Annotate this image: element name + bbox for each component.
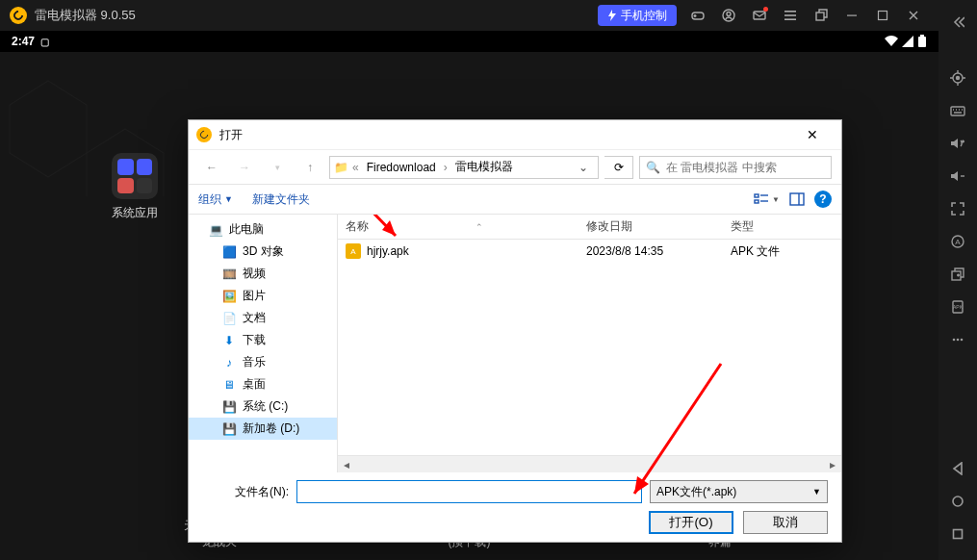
dialog-footer: 文件名(N): APK文件(*.apk)▼ 打开(O) 取消 [189,472,841,542]
emulator-side-toolbar: A APK [938,0,977,560]
file-open-dialog: 打开 ✕ ← → ▾ ↑ 📁 « Firedownload › 雷电模拟器 ⌄ … [188,119,842,543]
column-type[interactable]: 类型 [723,218,819,235]
file-row[interactable]: Ahjrjy.apk 2023/8/8 14:35 APK 文件 [338,240,841,263]
app-title: 雷电模拟器 9.0.55 [35,7,136,24]
chevron-down-icon: ▼ [812,487,821,496]
svg-rect-19 [755,200,758,203]
help-button[interactable]: ? [814,191,832,208]
breadcrumb-item-1[interactable]: 雷电模拟器 [451,157,517,177]
user-icon[interactable] [713,0,744,31]
dialog-close-button[interactable]: ✕ [791,121,834,148]
music-icon: ♪ [221,356,237,369]
doc-icon: 📄 [221,312,237,325]
svg-rect-22 [790,193,804,205]
gamepad-icon[interactable] [682,0,713,31]
multi-instance-button[interactable] [942,260,973,289]
search-box[interactable]: 🔍 [639,156,832,179]
nav-recent-button[interactable]: ▾ [264,156,291,179]
scroll-left-icon[interactable]: ◂ [338,457,355,472]
preview-pane-button[interactable] [789,192,805,206]
search-input[interactable] [666,161,825,174]
column-name[interactable]: 名称⌃ [338,218,578,235]
svg-rect-6 [784,18,796,20]
tree-item-drive-d[interactable]: 💾新加卷 (D:) [189,418,337,440]
breadcrumb-item-0[interactable]: Firedownload [363,159,440,176]
organize-button[interactable]: 组织 ▼ [198,191,233,208]
folder-icon [112,153,158,199]
nav-forward-button[interactable]: → [231,156,258,179]
svg-rect-4 [784,11,796,13]
apk-file-icon: A [346,243,361,259]
svg-rect-9 [879,12,887,20]
sort-indicator-icon: ⌃ [476,222,483,232]
tree-item-3d[interactable]: 🟦3D 对象 [189,241,337,263]
file-name: hjrjy.apk [367,244,409,258]
scroll-right-icon[interactable]: ▸ [824,457,841,472]
svg-rect-18 [755,194,758,197]
volume-up-button[interactable] [942,129,973,158]
cancel-button[interactable]: 取消 [743,511,828,534]
signal-icon [902,36,913,47]
android-recents-button[interactable] [942,520,973,548]
dialog-nav-bar: ← → ▾ ↑ 📁 « Firedownload › 雷电模拟器 ⌄ ⟳ 🔍 [189,149,841,184]
tree-item-doc[interactable]: 📄文档 [189,307,337,329]
breadcrumb-dropdown[interactable]: ⌄ [573,161,594,174]
emulator-desktop[interactable]: 系统应用 天龙八部2: 飞龙战天 全民江湖 秦时明月: 沧海 (预下载) 天命传… [0,52,938,560]
svg-rect-8 [847,15,857,16]
keyboard-button[interactable] [942,96,973,125]
drive-icon: 💾 [221,400,237,414]
menu-icon[interactable] [775,0,806,31]
fullscreen-button[interactable] [942,194,973,223]
close-icon[interactable] [898,0,929,31]
new-folder-button[interactable]: 新建文件夹 [252,191,310,208]
view-mode-button[interactable]: ▼ [754,192,780,206]
phone-control-button[interactable]: 手机控制 [598,5,677,26]
tree-item-download[interactable]: ⬇下载 [189,329,337,351]
folder-label: 系统应用 [106,205,164,221]
collapse-panel-button[interactable] [942,8,973,37]
translate-button[interactable]: A [942,227,973,256]
filename-label: 文件名(N): [202,484,289,500]
pop-out-icon[interactable] [806,0,836,31]
android-back-button[interactable] [942,454,973,483]
refresh-button[interactable]: ⟳ [604,156,633,179]
volume-down-button[interactable] [942,162,973,191]
filename-input[interactable] [296,480,642,503]
maximize-icon[interactable] [867,0,898,31]
dialog-toolbar: 组织 ▼ 新建文件夹 ▼ ? [189,184,841,215]
tree-item-desktop[interactable]: 🖥桌面 [189,373,337,395]
column-date[interactable]: 修改日期 [578,218,723,235]
file-type-filter[interactable]: APK文件(*.apk)▼ [650,480,828,503]
svg-point-36 [953,339,956,342]
svg-point-37 [957,339,960,342]
system-apps-folder[interactable]: 系统应用 [106,153,164,221]
tree-item-music[interactable]: ♪音乐 [189,351,337,373]
mail-icon[interactable] [744,0,775,31]
breadcrumb-sep: « [352,161,359,174]
horizontal-scrollbar[interactable]: ◂▸ [338,455,841,472]
android-statusbar: 2:47 ▢ [0,31,938,52]
tree-item-image[interactable]: 🖼️图片 [189,285,337,307]
tree-item-video[interactable]: 🎞️视频 [189,263,337,285]
wifi-icon [885,36,898,47]
install-apk-button[interactable]: APK [942,293,973,321]
minimize-icon[interactable] [836,0,867,31]
file-list[interactable]: 名称⌃ 修改日期 类型 Ahjrjy.apk 2023/8/8 14:35 AP… [338,215,841,472]
breadcrumb[interactable]: 📁 « Firedownload › 雷电模拟器 ⌄ [329,156,599,179]
folder-tree[interactable]: 💻此电脑 🟦3D 对象 🎞️视频 🖼️图片 📄文档 ⬇下载 ♪音乐 🖥桌面 💾系… [189,215,338,472]
emulator-titlebar: 雷电模拟器 9.0.55 手机控制 [0,0,938,31]
android-home-button[interactable] [942,487,973,516]
location-button[interactable] [942,64,973,92]
dialog-titlebar[interactable]: 打开 ✕ [189,120,841,149]
tree-item-drive-c[interactable]: 💾系统 (C:) [189,395,337,418]
chevron-right-icon: › [444,161,448,174]
chevron-down-icon: ▼ [224,194,233,204]
open-button[interactable]: 打开(O) [649,511,733,534]
video-icon: 🎞️ [221,267,237,281]
cube-icon: 🟦 [221,245,237,259]
file-list-header: 名称⌃ 修改日期 类型 [338,215,841,240]
tree-item-pc[interactable]: 💻此电脑 [189,218,337,241]
nav-up-button[interactable]: ↑ [296,156,323,179]
nav-back-button[interactable]: ← [198,156,225,179]
more-button[interactable] [942,325,973,354]
